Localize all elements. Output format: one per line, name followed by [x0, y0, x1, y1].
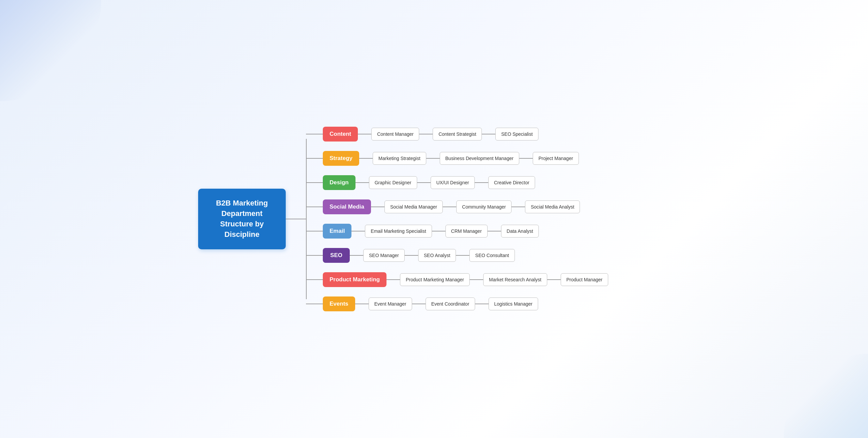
sub-connector-social-media-0	[371, 207, 384, 207]
sub-node-strategy-0: Marketing Strategist	[373, 152, 426, 165]
sub-connector-seo-2	[456, 255, 469, 256]
sub-node-design-1: UX/UI Designer	[431, 176, 475, 189]
root-connector	[286, 219, 306, 219]
sub-node-product-marketing-0: Product Marketing Manager	[400, 273, 470, 286]
sub-connector-events-1	[412, 304, 426, 304]
sub-nodes-seo: SEO ManagerSEO AnalystSEO Consultant	[350, 249, 515, 262]
category-node-product-marketing: Product Marketing	[323, 272, 386, 287]
root-node: B2B Marketing Department Structure by Di…	[198, 189, 286, 249]
sub-node-content-2: SEO Specialist	[495, 128, 538, 140]
branch-row-design: DesignGraphic DesignerUX/UI DesignerCrea…	[306, 175, 670, 190]
sub-connector-events-2	[475, 304, 489, 304]
sub-nodes-content: Content ManagerContent StrategistSEO Spe…	[358, 128, 538, 140]
sub-connector-social-media-2	[512, 207, 525, 207]
sub-node-email-2: Data Analyst	[501, 225, 539, 238]
sub-connector-product-marketing-0	[386, 279, 400, 280]
sub-node-strategy-1: Business Development Manager	[440, 152, 519, 165]
sub-node-seo-2: SEO Consultant	[469, 249, 515, 262]
sub-node-email-1: CRM Manager	[445, 225, 488, 238]
branch-row-social-media: Social MediaSocial Media ManagerCommunit…	[306, 199, 670, 214]
sub-connector-social-media-1	[443, 207, 456, 207]
branch-connector-design	[306, 182, 323, 183]
sub-connector-content-1	[419, 134, 433, 134]
category-node-email: Email	[323, 224, 351, 239]
sub-connector-events-0	[355, 304, 369, 304]
branch-row-seo: SEOSEO ManagerSEO AnalystSEO Consultant	[306, 248, 670, 263]
sub-connector-content-2	[482, 134, 495, 134]
branch-row-content: ContentContent ManagerContent Strategist…	[306, 127, 670, 142]
category-node-events: Events	[323, 296, 355, 311]
sub-node-product-marketing-1: Market Research Analyst	[483, 273, 547, 286]
branch-connector-events	[306, 304, 323, 304]
sub-node-content-1: Content Strategist	[433, 128, 482, 140]
branch-connector-content	[306, 134, 323, 134]
category-node-social-media: Social Media	[323, 199, 371, 214]
category-node-strategy: Strategy	[323, 151, 359, 166]
category-node-design: Design	[323, 175, 355, 190]
sub-connector-email-2	[488, 231, 501, 231]
sub-connector-email-1	[432, 231, 445, 231]
branch-connector-strategy	[306, 158, 323, 159]
sub-connector-email-0	[351, 231, 365, 231]
branch-connector-seo	[306, 255, 323, 256]
sub-node-seo-0: SEO Manager	[363, 249, 405, 262]
sub-nodes-strategy: Marketing StrategistBusiness Development…	[359, 152, 579, 165]
category-node-content: Content	[323, 127, 358, 142]
sub-node-design-0: Graphic Designer	[369, 176, 417, 189]
sub-nodes-design: Graphic DesignerUX/UI DesignerCreative D…	[355, 176, 535, 189]
branches-container: ContentContent ManagerContent Strategist…	[306, 122, 670, 316]
branch-row-product-marketing: Product MarketingProduct Marketing Manag…	[306, 272, 670, 287]
sub-node-seo-1: SEO Analyst	[418, 249, 456, 262]
sub-node-social-media-0: Social Media Manager	[384, 200, 443, 213]
sub-node-events-2: Logistics Manager	[489, 298, 538, 310]
sub-nodes-email: Email Marketing SpecialistCRM ManagerDat…	[351, 225, 539, 238]
sub-connector-design-2	[475, 182, 488, 183]
sub-nodes-product-marketing: Product Marketing ManagerMarket Research…	[386, 273, 608, 286]
sub-node-strategy-2: Project Manager	[533, 152, 579, 165]
branch-row-events: EventsEvent ManagerEvent CoordinatorLogi…	[306, 296, 670, 311]
sub-nodes-social-media: Social Media ManagerCommunity ManagerSoc…	[371, 200, 580, 213]
sub-connector-strategy-2	[519, 158, 533, 159]
bg-decoration-bottom	[784, 354, 868, 438]
sub-node-design-2: Creative Director	[488, 176, 535, 189]
sub-node-events-1: Event Coordinator	[426, 298, 475, 310]
sub-connector-strategy-1	[426, 158, 440, 159]
branch-connector-product-marketing	[306, 279, 323, 280]
sub-node-social-media-1: Community Manager	[456, 200, 512, 213]
sub-connector-seo-0	[350, 255, 363, 256]
sub-connector-product-marketing-2	[547, 279, 561, 280]
sub-connector-content-0	[358, 134, 371, 134]
sub-node-social-media-2: Social Media Analyst	[525, 200, 580, 213]
sub-connector-product-marketing-1	[470, 279, 483, 280]
bg-decoration-top	[0, 0, 101, 101]
sub-connector-design-1	[417, 182, 431, 183]
sub-node-events-0: Event Manager	[369, 298, 412, 310]
diagram-container: B2B Marketing Department Structure by Di…	[198, 122, 670, 316]
branch-connector-email	[306, 231, 323, 231]
sub-connector-seo-1	[405, 255, 418, 256]
sub-node-email-0: Email Marketing Specialist	[365, 225, 432, 238]
sub-connector-design-0	[355, 182, 369, 183]
branch-connector-social-media	[306, 207, 323, 207]
category-node-seo: SEO	[323, 248, 350, 263]
sub-node-product-marketing-2: Product Manager	[561, 273, 608, 286]
branch-row-email: EmailEmail Marketing SpecialistCRM Manag…	[306, 224, 670, 239]
sub-nodes-events: Event ManagerEvent CoordinatorLogistics …	[355, 298, 538, 310]
sub-node-content-0: Content Manager	[371, 128, 419, 140]
sub-connector-strategy-0	[359, 158, 373, 159]
branch-row-strategy: StrategyMarketing StrategistBusiness Dev…	[306, 151, 670, 166]
